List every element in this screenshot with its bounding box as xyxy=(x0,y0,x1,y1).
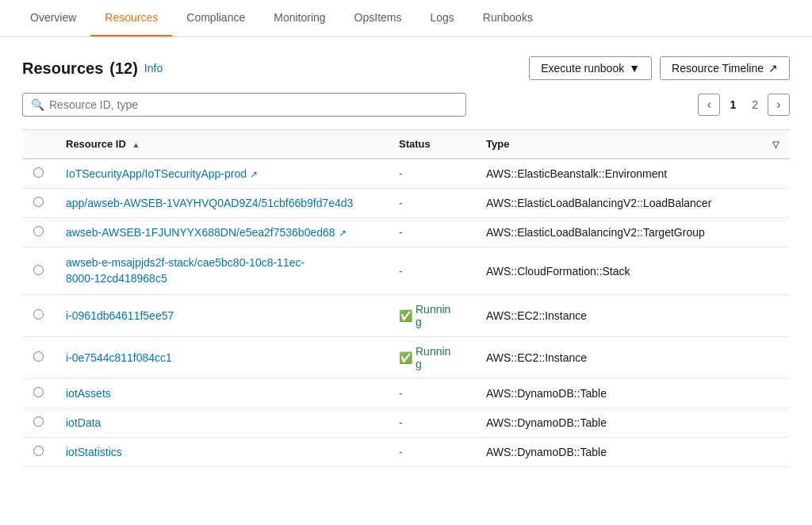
col-header-type: Type ▽ xyxy=(475,130,790,159)
status-dash: - xyxy=(399,167,403,180)
check-circle-icon: ✅ xyxy=(399,351,412,364)
tab-compliance[interactable]: Compliance xyxy=(172,0,259,36)
resource-id-link-line2: 8000-12cd418968c5 xyxy=(66,271,377,287)
table-row: i-0e7544c811f084cc1✅RunningAWS::EC2::Ins… xyxy=(22,337,790,379)
resource-type: AWS::DynamoDB::Table xyxy=(475,438,790,467)
tab-runbooks[interactable]: Runbooks xyxy=(469,0,547,36)
table-row: awseb-AWSEB-1FJUNYYX688DN/e5ea2f7536b0ed… xyxy=(22,218,790,247)
table-header-row: Resource ID ▲ Status Type ▽ xyxy=(22,130,790,159)
external-link-icon: ↗ xyxy=(339,228,347,239)
resource-type: AWS::DynamoDB::Table xyxy=(475,379,790,408)
resource-count: (12) xyxy=(109,59,138,78)
table-row: iotAssets-AWS::DynamoDB::Table xyxy=(22,379,790,408)
table-row: iotStatistics-AWS::DynamoDB::Table xyxy=(22,438,790,467)
resource-type: AWS::EC2::Instance xyxy=(475,295,790,337)
resource-id-multiline: awseb-e-msajpjds2f-stack/cae5bc80-10c8-1… xyxy=(66,255,377,286)
main-content: Resources (12) Info Execute runbook ▼ Re… xyxy=(0,37,812,486)
row-select-radio[interactable] xyxy=(33,351,44,362)
filter-icon[interactable]: ▽ xyxy=(772,140,779,150)
resource-id-link[interactable]: app/awseb-AWSEB-1VAYHVQ0AD9Z4/51cbf66b9f… xyxy=(66,197,353,209)
table-row: app/awseb-AWSEB-1VAYHVQ0AD9Z4/51cbf66b9f… xyxy=(22,189,790,218)
tab-resources[interactable]: Resources xyxy=(90,0,172,36)
tab-overview[interactable]: Overview xyxy=(16,0,90,36)
resource-timeline-button[interactable]: Resource Timeline ↗ xyxy=(660,56,790,80)
resource-type: AWS::EC2::Instance xyxy=(475,337,790,379)
row-select-radio[interactable] xyxy=(33,265,44,275)
resource-id-link[interactable]: i-0e7544c811f084cc1 xyxy=(66,351,172,364)
status-dash: - xyxy=(399,226,403,239)
status-dash: - xyxy=(399,446,403,458)
search-input[interactable] xyxy=(49,98,458,111)
row-select-radio[interactable] xyxy=(33,387,44,397)
resource-type: AWS::ElasticLoadBalancingV2::LoadBalance… xyxy=(475,189,790,218)
sort-asc-icon: ▲ xyxy=(132,140,140,149)
header-row: Resources (12) Info Execute runbook ▼ Re… xyxy=(22,56,790,80)
search-icon: 🔍 xyxy=(31,98,44,111)
resource-type: AWS::DynamoDB::Table xyxy=(475,408,790,438)
status-dash: - xyxy=(399,416,403,429)
resource-id-link[interactable]: iotStatistics xyxy=(66,446,122,458)
resource-type: AWS::ElasticBeanstalk::Environment xyxy=(475,159,790,189)
page-2[interactable]: 2 xyxy=(745,95,764,114)
table-row: IoTSecurityApp/IoTSecurityApp-prod↗-AWS:… xyxy=(22,159,790,189)
tabs-bar: Overview Resources Compliance Monitoring… xyxy=(0,0,812,37)
button-group: Execute runbook ▼ Resource Timeline ↗ xyxy=(529,56,790,80)
col-type-label: Type xyxy=(486,138,509,150)
check-circle-icon: ✅ xyxy=(399,309,412,322)
info-link[interactable]: Info xyxy=(144,62,163,75)
execute-runbook-label: Execute runbook xyxy=(541,62,624,75)
external-link-icon: ↗ xyxy=(250,169,258,180)
search-row: 🔍 ‹ 1 2 › xyxy=(22,93,790,117)
row-select-radio[interactable] xyxy=(33,167,44,178)
table-row: awseb-e-msajpjds2f-stack/cae5bc80-10c8-1… xyxy=(22,247,790,295)
status-running: ✅Running xyxy=(399,303,464,328)
row-select-radio[interactable] xyxy=(33,446,44,456)
next-page-button[interactable]: › xyxy=(768,94,790,116)
row-select-radio[interactable] xyxy=(33,226,44,236)
resource-type: AWS::CloudFormation::Stack xyxy=(475,247,790,295)
pagination: ‹ 1 2 › xyxy=(698,94,790,116)
status-dash: - xyxy=(399,265,403,278)
external-link-icon: ↗ xyxy=(768,62,778,75)
page-title: Resources xyxy=(22,59,103,78)
title-group: Resources (12) Info xyxy=(22,59,163,78)
resource-id-link[interactable]: i-0961db64611f5ee57 xyxy=(66,309,174,322)
status-running: ✅Running xyxy=(399,345,464,370)
execute-runbook-button[interactable]: Execute runbook ▼ xyxy=(529,56,652,80)
row-select-radio[interactable] xyxy=(33,197,44,207)
resource-id-link[interactable]: iotData xyxy=(66,416,101,429)
tab-opsitems[interactable]: OpsItems xyxy=(340,0,416,36)
col-header-resource-id[interactable]: Resource ID ▲ xyxy=(55,130,388,159)
row-select-radio[interactable] xyxy=(33,309,44,320)
tab-monitoring[interactable]: Monitoring xyxy=(259,0,339,36)
table-row: i-0961db64611f5ee57✅RunningAWS::EC2::Ins… xyxy=(22,295,790,337)
search-box-container: 🔍 xyxy=(22,93,466,117)
status-dash: - xyxy=(399,387,403,400)
resources-table: Resource ID ▲ Status Type ▽ IoTSecurityA… xyxy=(22,129,790,467)
resource-id-link[interactable]: iotAssets xyxy=(66,387,111,400)
resource-type: AWS::ElasticLoadBalancingV2::TargetGroup xyxy=(475,218,790,247)
status-dash: - xyxy=(399,197,403,209)
dropdown-arrow-icon: ▼ xyxy=(629,62,640,75)
table-row: iotData-AWS::DynamoDB::Table xyxy=(22,408,790,438)
col-header-status: Status xyxy=(388,130,475,159)
row-select-radio[interactable] xyxy=(33,416,44,427)
resource-timeline-label: Resource Timeline xyxy=(672,62,764,75)
resource-id-link[interactable]: awseb-e-msajpjds2f-stack/cae5bc80-10c8-1… xyxy=(66,255,377,271)
status-running-label: Running xyxy=(416,303,450,328)
col-resource-id-label: Resource ID xyxy=(66,138,126,150)
status-running-label: Running xyxy=(416,345,450,370)
tab-logs[interactable]: Logs xyxy=(416,0,469,36)
col-header-select xyxy=(22,130,55,159)
resource-id-link[interactable]: IoTSecurityApp/IoTSecurityApp-prod xyxy=(66,167,247,180)
resource-id-link[interactable]: awseb-AWSEB-1FJUNYYX688DN/e5ea2f7536b0ed… xyxy=(66,226,335,239)
prev-page-button[interactable]: ‹ xyxy=(698,94,720,116)
page-1[interactable]: 1 xyxy=(723,95,742,114)
